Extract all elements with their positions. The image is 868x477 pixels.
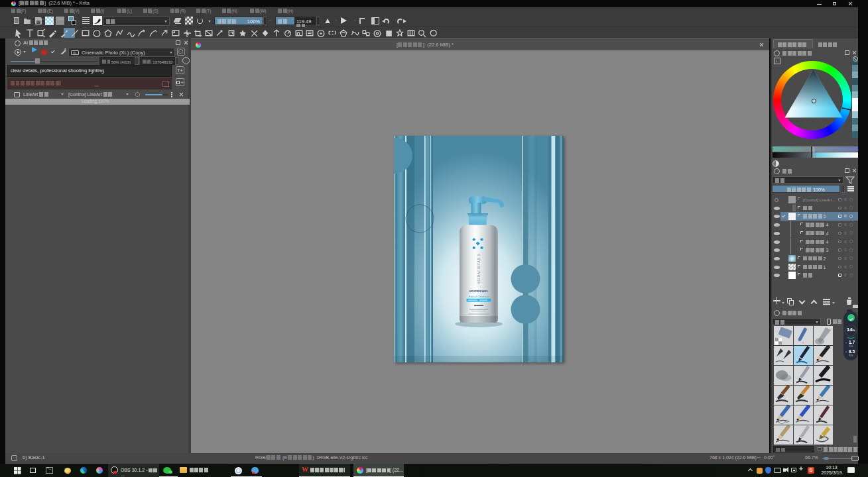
svg-text:Facial Cleanser: Facial Cleanser [469,295,489,298]
svg-text:HSIRAFIRFAB S: HSIRAFIRFAB S [477,253,481,284]
svg-text:UDIZRIFAEL: UDIZRIFAEL [469,290,489,293]
